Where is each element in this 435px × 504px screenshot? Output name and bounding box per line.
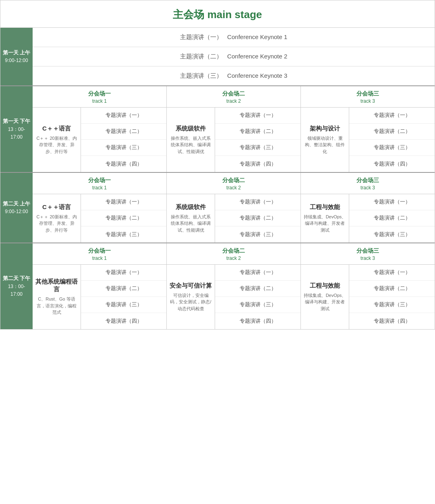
track2-topic-day2-pm: 安全与可信计算 可信设计，安全编码，安全测试，静态/动态代码检查 (167, 265, 215, 329)
track-headers-day2-am: 分会场一track 1 分会场二track 2 分会场三track 3 (33, 173, 435, 194)
session-slot: 专题演讲（三） (215, 226, 300, 243)
track1-col-day2-am: C＋＋语言 C＋＋ 20新标准、内存管理、并发、异步、并行等 专题演讲（一） 专… (33, 194, 167, 243)
track-content-day2-pm: 其他系统编程语言 C、Rust、Go 等语言，语言演化，编程范式 专题演讲（一）… (33, 265, 435, 329)
session-slot: 专题演讲（四） (349, 313, 435, 329)
keynote-3: 主题演讲（三） Conference Keynote 3 (33, 66, 435, 85)
session-slot: 专题演讲（二） (81, 281, 166, 297)
track-content-day2-am: C＋＋语言 C＋＋ 20新标准、内存管理、并发、异步、并行等 专题演讲（一） 专… (33, 194, 435, 243)
track3-col-day2-pm: 工程与效能 持续集成、DevOps、编译与构建、开发者测试 专题演讲（一） 专题… (301, 265, 435, 329)
session-slot: 专题演讲（一） (215, 265, 300, 281)
track1-col-day2-pm: 其他系统编程语言 C、Rust、Go 等语言，语言演化，编程范式 专题演讲（一）… (33, 265, 167, 329)
session-slot: 专题演讲（一） (349, 265, 435, 281)
session-slot: 专题演讲（一） (215, 194, 300, 210)
day2-afternoon-row: 第二天 下午 13：00-17:00 分会场一track 1 分会场二track… (0, 243, 435, 329)
main-title: 主会场 main stage (0, 0, 435, 28)
session-slot: 专题演讲（一） (349, 108, 435, 124)
track3-sessions-day2-am: 专题演讲（一） 专题演讲（二） 专题演讲（三） (349, 194, 435, 243)
track3-header-day2-pm: 分会场三track 3 (301, 243, 435, 264)
time-day2-afternoon: 第二天 下午 13：00-17:00 (0, 243, 33, 329)
day1-morning-row: 第一天 上午 9:00-12:00 主题演讲（一） Conference Key… (0, 28, 435, 86)
track2-col-day1-pm: 系统级软件 操作系统、嵌入式系统体系结构、编译调试、性能调优 专题演讲（一） 专… (167, 108, 301, 172)
track2-sessions-day1-pm: 专题演讲（一） 专题演讲（二） 专题演讲（三） 专题演讲（四） (215, 108, 300, 172)
track1-col-day1-pm: C＋＋语言 C＋＋ 20新标准、内存管理、并发、异步、并行等 专题演讲（一） 专… (33, 108, 167, 172)
track1-topic-day2-pm: 其他系统编程语言 C、Rust、Go 等语言，语言演化，编程范式 (33, 265, 81, 329)
track2-sessions-day2-pm: 专题演讲（一） 专题演讲（二） 专题演讲（三） 专题演讲（四） (215, 265, 300, 329)
session-slot: 专题演讲（一） (349, 194, 435, 210)
track1-sessions-day1-pm: 专题演讲（一） 专题演讲（二） 专题演讲（三） 专题演讲（四） (81, 108, 166, 172)
track3-sessions-day2-pm: 专题演讲（一） 专题演讲（二） 专题演讲（三） 专题演讲（四） (349, 265, 435, 329)
track2-topic-day2-am: 系统级软件 操作系统、嵌入式系统体系结构、编译调试、性能调优 (167, 194, 215, 243)
track-headers-day1-pm: 分会场一track 1 分会场二track 2 分会场三track 3 (33, 86, 435, 108)
session-slot: 专题演讲（四） (215, 313, 300, 329)
track3-topic-day2-am: 工程与效能 持续集成、DevOps、编译与构建、开发者测试 (301, 194, 349, 243)
session-slot: 专题演讲（三） (215, 297, 300, 313)
track2-header-day2-am: 分会场二track 2 (167, 173, 301, 194)
time-day1-morning: 第一天 上午 9:00-12:00 (0, 28, 33, 85)
track1-header-day2-pm: 分会场一track 1 (33, 243, 167, 264)
tracks-content-day2-am: 分会场一track 1 分会场二track 2 分会场三track 3 C＋＋语… (33, 173, 435, 243)
track3-header-day1-pm: 分会场三track 3 (301, 86, 435, 107)
session-slot: 专题演讲（四） (81, 313, 166, 329)
session-slot: 专题演讲（二） (349, 281, 435, 297)
session-slot: 专题演讲（二） (215, 210, 300, 226)
track2-header-day2-pm: 分会场二track 2 (167, 243, 301, 264)
keynote-rows: 主题演讲（一） Conference Keynote 1 主题演讲（二） Con… (33, 28, 435, 85)
session-slot: 专题演讲（二） (81, 210, 166, 226)
track3-col-day1-pm: 架构与设计 领域驱动设计、重构、整洁架构、组件化 专题演讲（一） 专题演讲（二）… (301, 108, 435, 172)
track2-sessions-day2-am: 专题演讲（一） 专题演讲（二） 专题演讲（三） (215, 194, 300, 243)
session-slot: 专题演讲（四） (81, 156, 166, 172)
track2-col-day2-am: 系统级软件 操作系统、嵌入式系统体系结构、编译调试、性能调优 专题演讲（一） 专… (167, 194, 301, 243)
track3-col-day2-am: 工程与效能 持续集成、DevOps、编译与构建、开发者测试 专题演讲（一） 专题… (301, 194, 435, 243)
session-slot: 专题演讲（一） (215, 108, 300, 124)
keynote-content: 主题演讲（一） Conference Keynote 1 主题演讲（二） Con… (33, 28, 435, 85)
session-slot: 专题演讲（二） (81, 124, 166, 140)
session-slot: 专题演讲（三） (349, 226, 435, 243)
schedule-container: 主会场 main stage 第一天 上午 9:00-12:00 主题演讲（一）… (0, 0, 435, 330)
track3-topic-day2-pm: 工程与效能 持续集成、DevOps、编译与构建、开发者测试 (301, 265, 349, 329)
keynote-2: 主题演讲（二） Conference Keynote 2 (33, 47, 435, 66)
session-slot: 专题演讲（一） (81, 194, 166, 210)
time-day1-afternoon: 第一天 下午 13：00-17:00 (0, 86, 33, 172)
session-slot: 专题演讲（一） (81, 265, 166, 281)
track3-header-day2-am: 分会场三track 3 (301, 173, 435, 194)
track1-sessions-day2-am: 专题演讲（一） 专题演讲（二） 专题演讲（三） (81, 194, 166, 243)
session-slot: 专题演讲（三） (81, 297, 166, 313)
track1-header-day1-pm: 分会场一track 1 (33, 86, 167, 107)
tracks-content-day1-pm: 分会场一track 1 分会场二track 2 分会场三track 3 C＋＋语… (33, 86, 435, 172)
session-slot: 专题演讲（二） (215, 124, 300, 140)
session-slot: 专题演讲（四） (349, 156, 435, 172)
session-slot: 专题演讲（三） (81, 226, 166, 243)
track1-sessions-day2-pm: 专题演讲（一） 专题演讲（二） 专题演讲（三） 专题演讲（四） (81, 265, 166, 329)
track-content-day1-pm: C＋＋语言 C＋＋ 20新标准、内存管理、并发、异步、并行等 专题演讲（一） 专… (33, 108, 435, 172)
track3-topic-day1-pm: 架构与设计 领域驱动设计、重构、整洁架构、组件化 (301, 108, 349, 172)
session-slot: 专题演讲（四） (215, 156, 300, 172)
session-slot: 专题演讲（三） (81, 140, 166, 156)
session-slot: 专题演讲（二） (349, 210, 435, 226)
session-slot: 专题演讲（二） (215, 281, 300, 297)
track2-header-day1-pm: 分会场二track 2 (167, 86, 301, 107)
track2-col-day2-pm: 安全与可信计算 可信设计，安全编码，安全测试，静态/动态代码检查 专题演讲（一）… (167, 265, 301, 329)
track2-topic-day1-pm: 系统级软件 操作系统、嵌入式系统体系结构、编译调试、性能调优 (167, 108, 215, 172)
tracks-content-day2-pm: 分会场一track 1 分会场二track 2 分会场三track 3 其他系统… (33, 243, 435, 329)
track1-topic-day1-pm: C＋＋语言 C＋＋ 20新标准、内存管理、并发、异步、并行等 (33, 108, 81, 172)
day2-morning-row: 第二天 上午 9:00-12:00 分会场一track 1 分会场二track … (0, 173, 435, 243)
session-slot: 专题演讲（二） (349, 124, 435, 140)
keynote-1: 主题演讲（一） Conference Keynote 1 (33, 28, 435, 47)
track1-header-day2-am: 分会场一track 1 (33, 173, 167, 194)
session-slot: 专题演讲（一） (81, 108, 166, 124)
session-slot: 专题演讲（三） (215, 140, 300, 156)
session-slot: 专题演讲（三） (349, 140, 435, 156)
track-headers-day2-pm: 分会场一track 1 分会场二track 2 分会场三track 3 (33, 243, 435, 265)
track1-topic-day2-am: C＋＋语言 C＋＋ 20新标准、内存管理、并发、异步、并行等 (33, 194, 81, 243)
time-day2-morning: 第二天 上午 9:00-12:00 (0, 173, 33, 243)
session-slot: 专题演讲（三） (349, 297, 435, 313)
day1-afternoon-row: 第一天 下午 13：00-17:00 分会场一track 1 分会场二track… (0, 86, 435, 173)
track3-sessions-day1-pm: 专题演讲（一） 专题演讲（二） 专题演讲（三） 专题演讲（四） (349, 108, 435, 172)
